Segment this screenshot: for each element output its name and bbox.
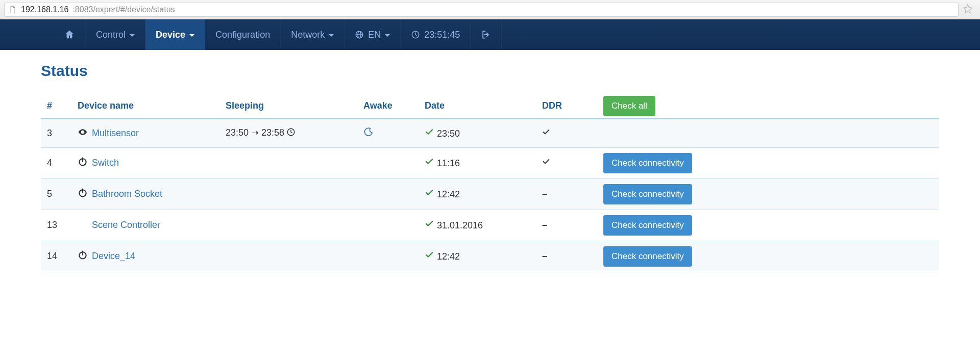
col-action: Check all xyxy=(597,94,939,119)
cell-date: 31.01.2016 xyxy=(419,210,536,241)
col-id[interactable]: # xyxy=(41,94,71,119)
url-input[interactable]: 192.168.1.16:8083/expert/#/device/status xyxy=(4,3,959,17)
power-icon xyxy=(78,157,88,169)
cell-id: 5 xyxy=(41,178,71,210)
device-link[interactable]: Multisensor xyxy=(92,128,139,139)
device-link[interactable]: Bathroom Socket xyxy=(92,189,162,199)
nav-control-label: Control xyxy=(96,30,126,40)
dash-icon: – xyxy=(542,251,547,261)
cell-awake xyxy=(357,210,419,241)
url-path: :8083/expert/#/device/status xyxy=(72,5,175,14)
table-row: 5Bathroom Socket12:42–Check connectivity xyxy=(41,178,939,210)
check-icon xyxy=(425,251,434,262)
cell-id: 13 xyxy=(41,210,71,241)
col-date[interactable]: Date xyxy=(419,94,536,119)
page-title: Status xyxy=(41,62,939,80)
caret-down-icon xyxy=(130,34,135,37)
caret-down-icon xyxy=(329,34,334,37)
cell-device-name: Scene Controller xyxy=(71,210,219,241)
nav-device[interactable]: Device xyxy=(145,19,205,50)
check-icon xyxy=(542,158,550,168)
home-icon xyxy=(64,29,75,40)
cell-id: 4 xyxy=(41,147,71,178)
nav-network-label: Network xyxy=(291,30,325,40)
top-nav: Control Device Configuration Network EN … xyxy=(0,19,980,50)
caret-down-icon xyxy=(385,34,390,37)
cell-action: Check connectivity xyxy=(597,178,939,210)
cell-device-name: Switch xyxy=(71,147,219,178)
col-name[interactable]: Device name xyxy=(71,94,219,119)
table-row: 3Multisensor23:50 ➝ 23:5823:50 xyxy=(41,119,939,147)
browser-address-bar: 192.168.1.16:8083/expert/#/device/status xyxy=(0,0,980,19)
nav-device-label: Device xyxy=(156,30,185,40)
cell-id: 3 xyxy=(41,119,71,147)
cell-sleeping xyxy=(219,210,357,241)
cell-sleeping xyxy=(219,178,357,210)
nav-logout[interactable] xyxy=(471,19,502,50)
cell-sleeping xyxy=(219,241,357,272)
cell-ddr xyxy=(536,119,597,147)
check-icon xyxy=(425,220,434,230)
nav-home[interactable] xyxy=(54,19,86,50)
cell-ddr: – xyxy=(536,241,597,272)
check-connectivity-button[interactable]: Check connectivity xyxy=(603,153,692,173)
check-icon xyxy=(425,189,434,199)
cell-sleeping xyxy=(219,147,357,178)
check-icon xyxy=(425,158,434,168)
col-sleeping[interactable]: Sleeping xyxy=(219,94,357,119)
check-connectivity-button[interactable]: Check connectivity xyxy=(603,246,692,267)
cell-awake xyxy=(357,119,419,147)
dash-icon: – xyxy=(542,189,547,199)
check-connectivity-button[interactable]: Check connectivity xyxy=(603,215,692,236)
nav-configuration-label: Configuration xyxy=(215,30,270,40)
page-container: Status # Device name Sleeping Awake Date… xyxy=(0,50,980,285)
moon-icon xyxy=(363,129,374,139)
check-icon xyxy=(425,128,434,139)
globe-icon xyxy=(355,30,364,39)
cell-ddr: – xyxy=(536,210,597,241)
cell-id: 14 xyxy=(41,241,71,272)
cell-awake xyxy=(357,241,419,272)
device-link[interactable]: Device_14 xyxy=(92,251,135,262)
cell-device-name: Multisensor xyxy=(71,119,219,147)
col-ddr[interactable]: DDR xyxy=(536,94,597,119)
power-icon xyxy=(78,188,88,200)
nav-time: 23:51:45 xyxy=(401,19,471,50)
device-link[interactable]: Scene Controller xyxy=(92,220,160,230)
nav-network[interactable]: Network xyxy=(281,19,345,50)
url-host: 192.168.1.16 xyxy=(21,5,68,14)
cell-awake xyxy=(357,147,419,178)
cell-date: 23:50 xyxy=(419,119,536,147)
cell-date: 12:42 xyxy=(419,241,536,272)
dash-icon: – xyxy=(542,220,547,230)
logout-icon xyxy=(481,30,491,40)
check-icon xyxy=(542,128,550,138)
table-row: 4Switch11:16Check connectivity xyxy=(41,147,939,178)
cell-ddr xyxy=(536,147,597,178)
cell-sleeping: 23:50 ➝ 23:58 xyxy=(219,119,357,147)
cell-device-name: Bathroom Socket xyxy=(71,178,219,210)
cell-action: Check connectivity xyxy=(597,241,939,272)
cell-date: 12:42 xyxy=(419,178,536,210)
clock-icon xyxy=(411,30,420,39)
caret-down-icon xyxy=(189,34,194,37)
nav-language[interactable]: EN xyxy=(345,19,401,50)
cell-action: Check connectivity xyxy=(597,210,939,241)
nav-control[interactable]: Control xyxy=(86,19,145,50)
nav-configuration[interactable]: Configuration xyxy=(205,19,281,50)
table-row: 13Scene Controller31.01.2016–Check conne… xyxy=(41,210,939,241)
check-all-button[interactable]: Check all xyxy=(603,96,655,116)
nav-language-label: EN xyxy=(368,30,381,40)
clock-icon xyxy=(286,128,296,139)
cell-action xyxy=(597,119,939,147)
eye-icon xyxy=(78,127,88,140)
bookmark-star-icon[interactable] xyxy=(963,4,973,16)
device-link[interactable]: Switch xyxy=(92,158,119,168)
power-icon xyxy=(78,250,88,263)
cell-awake xyxy=(357,178,419,210)
status-table: # Device name Sleeping Awake Date DDR Ch… xyxy=(41,94,939,272)
col-awake[interactable]: Awake xyxy=(357,94,419,119)
table-row: 14Device_1412:42–Check connectivity xyxy=(41,241,939,272)
check-connectivity-button[interactable]: Check connectivity xyxy=(603,184,692,204)
cell-date: 11:16 xyxy=(419,147,536,178)
